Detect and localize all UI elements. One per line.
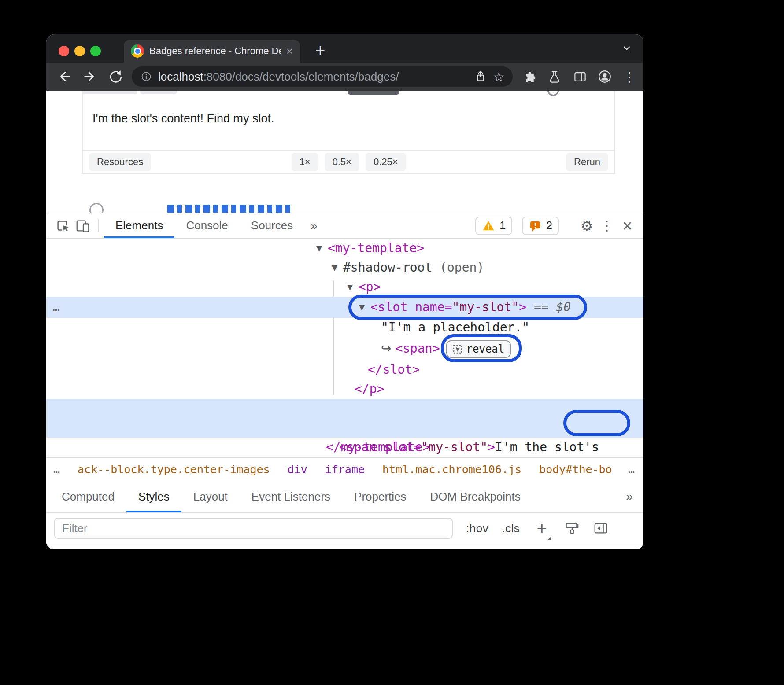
scale-buttons: 1× 0.5× 0.25×	[291, 153, 406, 171]
expand-triangle-icon[interactable]: ▼	[316, 239, 328, 258]
breadcrumb-overflow-right[interactable]: …	[625, 463, 635, 476]
expand-triangle-icon[interactable]: ▼	[359, 297, 370, 318]
tree-node-slot[interactable]: …▼<slot name="my-slot"> == $0	[46, 297, 643, 318]
tab-elements[interactable]: Elements	[104, 213, 174, 238]
warning-triangle-icon	[482, 219, 495, 232]
screenshot-canvas: { "browser": { "tab_title": "Badges refe…	[0, 0, 784, 685]
rerun-button[interactable]: Rerun	[566, 153, 608, 171]
issue-count: 2	[546, 219, 552, 232]
share-icon[interactable]	[473, 70, 488, 84]
beaker-icon[interactable]	[545, 67, 564, 86]
navigation-bar: localhost:8080/docs/devtools/elements/ba…	[46, 63, 643, 91]
warning-count: 1	[499, 219, 506, 232]
device-toolbar-icon[interactable]	[73, 213, 93, 238]
overflow-dots: …	[52, 297, 60, 318]
new-style-rule-button[interactable]: +	[533, 519, 551, 538]
dollar-zero-hint: == $0	[526, 300, 571, 314]
minimize-window-button[interactable]	[74, 46, 85, 56]
url-host: localhost	[158, 70, 203, 83]
slotted-arrow-icon: ↪	[381, 341, 395, 356]
scale-025x-button[interactable]: 0.25×	[366, 153, 406, 171]
url-text: localhost:8080/docs/devtools/elements/ba…	[158, 70, 468, 84]
tab-styles[interactable]: Styles	[126, 481, 181, 512]
tree-node-placeholder-text[interactable]: "I'm a placeholder."	[46, 318, 643, 337]
reveal-cursor-icon	[453, 344, 462, 354]
tab-layout[interactable]: Layout	[181, 481, 240, 512]
expand-triangle-icon[interactable]: ▼	[332, 258, 343, 277]
breadcrumb-item-body[interactable]: body#the-bo	[539, 463, 612, 476]
toolbar-divider	[98, 219, 99, 232]
tab-strip: Badges reference - Chrome De × +	[46, 34, 643, 63]
more-sidebar-tabs-chevron[interactable]: »	[626, 481, 633, 512]
profile-avatar[interactable]	[596, 68, 613, 85]
browser-menu-icon[interactable]: ⋮	[620, 67, 639, 86]
resources-button[interactable]: Resources	[89, 153, 151, 171]
paint-roller-icon[interactable]	[564, 520, 580, 536]
tab-event-listeners[interactable]: Event Listeners	[240, 481, 342, 512]
url-bar[interactable]: localhost:8080/docs/devtools/elements/ba…	[132, 66, 513, 87]
tab-title: Badges reference - Chrome De	[149, 45, 281, 57]
breadcrumb-item-stack-block[interactable]: ack--block.type.center-images	[78, 463, 270, 476]
tree-node-slotted-span[interactable]: ↪ <span>reveal	[46, 337, 643, 360]
bookmark-star-icon[interactable]: ☆	[493, 69, 505, 85]
more-panels-chevron[interactable]: »	[304, 213, 324, 238]
cutoff-button-remnant	[82, 91, 137, 94]
tree-node-shadow-root[interactable]: ▼#shadow-root (open)	[46, 258, 643, 277]
tree-node-slot-close[interactable]: </slot>	[46, 360, 643, 379]
close-window-button[interactable]	[59, 46, 69, 56]
tab-sources[interactable]: Sources	[240, 213, 304, 238]
tree-node-my-template-close[interactable]: </my-template>	[46, 438, 643, 457]
settings-gear-icon[interactable]: ⚙	[577, 213, 597, 238]
sidebar-toggle-icon[interactable]	[593, 520, 609, 536]
warnings-badge[interactable]: 1	[475, 217, 512, 235]
tab-console[interactable]: Console	[174, 213, 239, 238]
breadcrumb: … ack--block.type.center-images div ifra…	[46, 457, 643, 481]
tree-node-p[interactable]: ▼<p>	[46, 277, 643, 297]
chevron-down-icon[interactable]	[620, 41, 634, 55]
cutoff-button-remnant	[140, 91, 177, 94]
forward-arrow-icon[interactable]	[81, 67, 99, 86]
breadcrumb-overflow-left[interactable]: …	[53, 463, 60, 476]
tree-node-my-template[interactable]: ▼<my-template>	[46, 239, 643, 258]
reveal-badge[interactable]: reveal	[446, 340, 511, 358]
scale-05x-button[interactable]: 0.5×	[324, 153, 359, 171]
new-tab-button[interactable]: +	[311, 41, 330, 60]
cutoff-selected-tab-remnant	[348, 91, 399, 95]
reload-icon[interactable]	[106, 67, 125, 86]
back-arrow-icon[interactable]	[55, 67, 74, 86]
browser-tab[interactable]: Badges reference - Chrome De ×	[124, 40, 300, 63]
demo-toolbar: Resources 1× 0.5× 0.25× Rerun	[83, 151, 614, 173]
devtools-menu-icon[interactable]: ⋮	[597, 213, 617, 238]
breadcrumb-item-html[interactable]: html.mac.chrome106.js	[382, 463, 521, 476]
devtools-close-icon[interactable]: ×	[617, 213, 637, 238]
tab-computed[interactable]: Computed	[50, 481, 126, 512]
cls-toggle[interactable]: .cls	[502, 522, 520, 535]
zoom-window-button[interactable]	[90, 46, 101, 56]
scale-1x-button[interactable]: 1×	[291, 153, 318, 171]
info-icon[interactable]	[140, 70, 153, 83]
devtools-toolbar: Elements Console Sources » 1 2 ⚙ ⋮ ×	[46, 213, 643, 239]
styles-filter-bar: :hov .cls +	[46, 513, 643, 544]
expand-triangle-icon[interactable]: ▼	[347, 277, 359, 297]
side-panel-icon[interactable]	[571, 67, 589, 86]
tab-properties[interactable]: Properties	[342, 481, 418, 512]
chrome-favicon-icon	[131, 44, 144, 58]
devtools-bottom-strip	[46, 544, 643, 549]
tab-dom-breakpoints[interactable]: DOM Breakpoints	[418, 481, 533, 512]
devtools-panel: Elements Console Sources » 1 2 ⚙ ⋮ ×	[46, 213, 643, 549]
issues-badge[interactable]: 2	[522, 217, 559, 235]
tree-node-span-slotted[interactable]: <span slot="my-slot">I'm the slot's cont…	[46, 399, 643, 438]
tab-close-icon[interactable]: ×	[286, 45, 293, 57]
slot-content-text: I'm the slot's content! Find my slot.	[92, 112, 274, 125]
inspect-element-icon[interactable]	[52, 213, 73, 238]
hov-toggle[interactable]: :hov	[466, 522, 488, 535]
breadcrumb-item-div[interactable]: div	[288, 463, 307, 476]
page-content: I'm the slot's content! Find my slot. Re…	[46, 91, 643, 213]
tree-node-p-close[interactable]: </p>	[46, 379, 643, 399]
breadcrumb-item-iframe[interactable]: iframe	[325, 463, 365, 476]
demo-panel: I'm the slot's content! Find my slot. Re…	[82, 91, 615, 174]
elements-tree: ▼<my-template> ▼#shadow-root (open) ▼<p>…	[46, 239, 643, 457]
style-filter-input[interactable]	[54, 518, 453, 539]
extensions-puzzle-icon[interactable]	[520, 67, 538, 86]
styles-sidebar-tabs: Computed Styles Layout Event Listeners P…	[46, 481, 643, 513]
